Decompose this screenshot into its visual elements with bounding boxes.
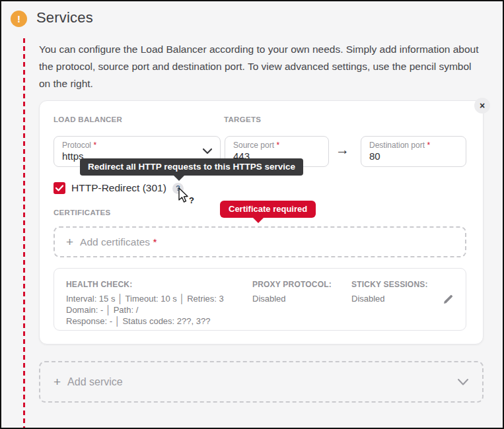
http-redirect-row: HTTP-Redirect (301) ?: [54, 182, 184, 194]
required-asterisk: *: [427, 141, 430, 150]
add-certificates-label: Add certificates: [80, 236, 150, 248]
tooltip-text: Redirect all HTTP requests to this HTTPS…: [88, 162, 295, 172]
add-service-button[interactable]: + Add service: [39, 361, 484, 403]
proxy-protocol-label: PROXY PROTOCOL:: [252, 280, 332, 289]
svg-text:?: ?: [189, 195, 194, 205]
services-description: You can configure the Load Balancer acco…: [39, 41, 483, 92]
page-title: Services: [36, 9, 93, 26]
error-badge-tail: [253, 218, 264, 223]
edit-pencil-icon[interactable]: [443, 294, 454, 305]
service-details-panel: HEALTH CHECK: Interval: 15 s │ Timeout: …: [54, 268, 466, 331]
source-port-label: Source port *: [233, 141, 320, 150]
warning-icon: !: [11, 11, 27, 27]
required-asterisk: *: [93, 141, 96, 150]
chevron-down-icon: [457, 378, 469, 386]
destination-port-input[interactable]: Destination port * 80: [361, 136, 466, 167]
service-card: LOAD BALANCER TARGETS Protocol * https S…: [39, 100, 484, 345]
chevron-down-icon: [203, 148, 212, 154]
health-check-label: HEALTH CHECK:: [66, 280, 132, 289]
health-check-line1: Interval: 15 s │ Timeout: 10 s │ Retries…: [66, 293, 224, 304]
plus-icon: +: [66, 235, 73, 249]
health-check-line2: Domain: - │ Path: /: [66, 304, 138, 315]
sticky-sessions-value: Disabled: [351, 293, 385, 304]
add-certificates-button[interactable]: + Add certificates *: [54, 226, 466, 257]
certificates-section-label: CERTIFICATES: [54, 209, 110, 216]
destination-port-label: Destination port *: [369, 141, 458, 150]
protocol-label: Protocol *: [62, 141, 212, 150]
close-icon[interactable]: ×: [474, 98, 490, 114]
http-redirect-checkbox[interactable]: [54, 182, 65, 194]
destination-port-value: 80: [369, 150, 458, 162]
proxy-protocol-value: Disabled: [252, 293, 286, 304]
health-check-line3: Response: - │ Status codes: 2??, 3??: [66, 315, 210, 327]
load-balancer-section-label: LOAD BALANCER: [54, 116, 122, 123]
targets-section-label: TARGETS: [224, 116, 261, 123]
checkmark-icon: [55, 185, 63, 191]
error-badge-text: Certificate required: [229, 204, 307, 214]
http-redirect-tooltip: Redirect all HTTP requests to this HTTPS…: [80, 158, 303, 176]
target-arrow-icon: →: [336, 142, 349, 158]
red-dashed-guide-line: [23, 38, 25, 428]
sticky-sessions-label: STICKY SESSIONS:: [351, 280, 428, 289]
mouse-help-cursor-icon: ?: [178, 187, 200, 207]
required-asterisk: *: [153, 236, 157, 248]
tooltip-tail: [174, 176, 184, 181]
certificate-required-badge: Certificate required: [220, 201, 316, 218]
services-page: { "page": { "title": "Services", "alert_…: [0, 0, 504, 429]
http-redirect-label: HTTP-Redirect (301): [71, 182, 166, 194]
plus-icon: +: [54, 375, 61, 389]
required-asterisk: *: [276, 141, 279, 150]
add-service-label: Add service: [67, 376, 123, 388]
